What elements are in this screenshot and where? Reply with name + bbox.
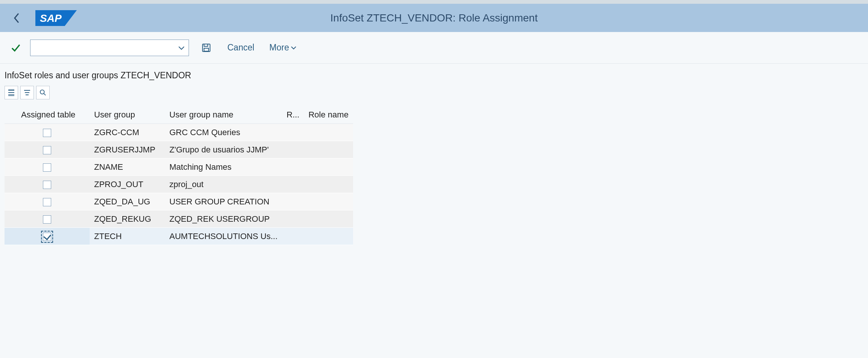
svg-text:SAP: SAP: [40, 12, 62, 24]
cell-usergroup: ZQED_DA_UG: [90, 193, 165, 210]
assigned-checkbox[interactable]: [43, 181, 51, 189]
select-all-button[interactable]: [5, 86, 18, 99]
search-icon: [39, 89, 47, 96]
cell-rolename: [304, 124, 353, 141]
table-row[interactable]: ZNAMEMatching Names: [5, 158, 353, 176]
svg-rect-3: [204, 44, 208, 46]
cell-role: [282, 210, 304, 228]
chevron-down-icon: [178, 46, 185, 50]
command-field[interactable]: [30, 40, 189, 56]
cell-rolename: [304, 193, 353, 210]
cell-rolename: [304, 158, 353, 176]
svg-point-13: [40, 90, 44, 94]
svg-line-14: [44, 94, 46, 96]
select-all-icon: [8, 89, 15, 96]
search-button[interactable]: [36, 86, 50, 99]
table-row[interactable]: ZQED_DA_UGUSER GROUP CREATION: [5, 193, 353, 210]
save-icon: [202, 43, 211, 52]
assigned-checkbox[interactable]: [43, 146, 51, 154]
cancel-button[interactable]: Cancel: [227, 43, 254, 53]
table-row[interactable]: ZQED_REKUGZQED_REK USERGROUP: [5, 210, 353, 228]
cell-usergroup: ZNAME: [90, 158, 165, 176]
save-button[interactable]: [200, 42, 212, 54]
col-role-header[interactable]: R...: [282, 106, 304, 124]
role-assignment-table: Assigned table User group User group nam…: [5, 106, 353, 245]
cell-role: [282, 176, 304, 193]
cell-usergroupname: ZQED_REK USERGROUP: [165, 210, 282, 228]
assigned-checkbox[interactable]: [43, 163, 51, 172]
cell-role: [282, 228, 304, 245]
cell-rolename: [304, 141, 353, 158]
cell-role: [282, 193, 304, 210]
cell-rolename: [304, 228, 353, 245]
window-chrome: [0, 0, 868, 4]
col-rolename-header[interactable]: Role name: [304, 106, 353, 124]
cell-usergroup: ZPROJ_OUT: [90, 176, 165, 193]
cell-usergroup: ZTECH: [90, 228, 165, 245]
cell-role: [282, 158, 304, 176]
cell-usergroup: ZQED_REKUG: [90, 210, 165, 228]
cell-usergroupname: Matching Names: [165, 158, 282, 176]
back-button[interactable]: [9, 11, 24, 26]
cell-usergroupname: zproj_out: [165, 176, 282, 193]
assigned-checkbox[interactable]: [43, 198, 51, 206]
app-header: SAP InfoSet ZTECH_VENDOR: Role Assignmen…: [0, 4, 868, 32]
more-button[interactable]: More: [270, 43, 297, 53]
toolbar: Cancel More: [0, 32, 868, 64]
deselect-all-icon: [23, 89, 31, 96]
table-toolbar: [5, 86, 863, 99]
cell-rolename: [304, 176, 353, 193]
accept-button[interactable]: [9, 43, 23, 53]
svg-rect-4: [204, 48, 209, 51]
table-row[interactable]: ZGRC-CCMGRC CCM Queries: [5, 124, 353, 141]
assigned-checkbox[interactable]: [43, 129, 51, 137]
cell-role: [282, 124, 304, 141]
cell-usergroup: ZGRC-CCM: [90, 124, 165, 141]
table-row[interactable]: ZTECHAUMTECHSOLUTIONS Us...: [5, 228, 353, 245]
cell-usergroupname: GRC CCM Queries: [165, 124, 282, 141]
cell-usergroupname: USER GROUP CREATION: [165, 193, 282, 210]
assigned-checkbox[interactable]: [43, 233, 51, 241]
table-row[interactable]: ZPROJ_OUTzproj_out: [5, 176, 353, 193]
cell-role: [282, 141, 304, 158]
sap-logo: SAP: [35, 10, 77, 26]
content-area: InfoSet roles and user groups ZTECH_VEND…: [0, 64, 868, 245]
table-row[interactable]: ZGRUSERJJMPZ'Grupo de usuarios JJMP': [5, 141, 353, 158]
cell-usergroupname: Z'Grupo de usuarios JJMP': [165, 141, 282, 158]
section-title: InfoSet roles and user groups ZTECH_VEND…: [5, 70, 863, 81]
cell-usergroupname: AUMTECHSOLUTIONS Us...: [165, 228, 282, 245]
more-label: More: [270, 43, 289, 53]
checkmark-icon: [11, 43, 21, 53]
deselect-all-button[interactable]: [20, 86, 34, 99]
assigned-checkbox[interactable]: [43, 215, 51, 224]
chevron-down-icon: [291, 46, 297, 50]
cell-rolename: [304, 210, 353, 228]
chevron-left-icon: [13, 13, 20, 23]
col-usergroup-header[interactable]: User group: [90, 106, 165, 124]
cell-usergroup: ZGRUSERJJMP: [90, 141, 165, 158]
col-usergroupname-header[interactable]: User group name: [165, 106, 282, 124]
page-title: InfoSet ZTECH_VENDOR: Role Assignment: [330, 12, 538, 24]
col-assigned-header[interactable]: Assigned table: [5, 106, 90, 124]
